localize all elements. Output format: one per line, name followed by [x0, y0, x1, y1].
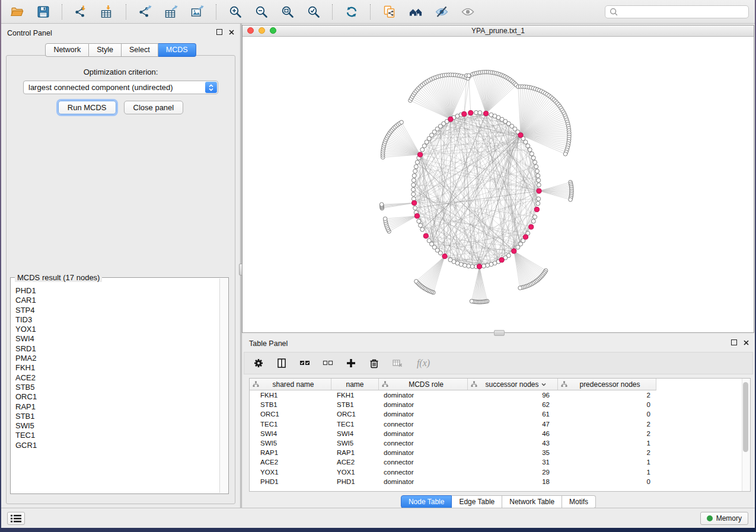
table-cell: FKH1	[331, 392, 379, 399]
table-cell: dominator	[379, 430, 468, 437]
open-file-button[interactable]	[7, 3, 27, 21]
mcds-result-item[interactable]: ACE2	[11, 373, 220, 383]
mcds-result-item[interactable]: STB1	[11, 412, 220, 421]
mcds-result-item[interactable]: ORC1	[11, 392, 220, 402]
table-row[interactable]: SWI4SWI4dominator462	[250, 429, 750, 438]
close-panel-icon[interactable]	[229, 30, 234, 35]
table-row[interactable]: RAP1RAP1dominator352	[250, 448, 750, 457]
table-row[interactable]: FKH1FKH1dominator962	[250, 390, 750, 400]
table-row[interactable]: STB1STB1dominator620	[250, 400, 750, 409]
table-row[interactable]: ACE2ACE2connector311	[250, 457, 750, 467]
deselect-all-rows-button[interactable]	[322, 357, 334, 369]
search-box[interactable]	[605, 5, 749, 18]
mcds-result-item[interactable]: SWI4	[11, 334, 220, 344]
mcds-result-item[interactable]: GCR1	[11, 441, 220, 450]
zoom-fit-button[interactable]	[277, 3, 298, 21]
close-table-panel-icon[interactable]	[744, 340, 749, 345]
table-row[interactable]: TEC1TEC1connector472	[250, 419, 750, 429]
table-cell: 61	[468, 411, 558, 418]
mcds-result-item[interactable]: TID3	[11, 315, 220, 325]
table-row[interactable]: YOX1YOX1connector291	[250, 467, 750, 477]
import-table-button[interactable]	[97, 3, 117, 21]
mcds-result-item[interactable]: SWI5	[11, 421, 220, 431]
table-cell: 18	[468, 478, 558, 485]
tab-select[interactable]: Select	[122, 43, 158, 57]
mcds-result-item[interactable]: STB5	[11, 383, 220, 392]
show-panels-button[interactable]	[7, 512, 25, 525]
float-panel-icon[interactable]	[216, 29, 222, 35]
network-view-titlebar[interactable]: YPA_prune.txt_1	[243, 25, 754, 37]
tab-motifs[interactable]: Motifs	[562, 495, 596, 508]
table-row[interactable]: SWI5SWI5connector431	[250, 438, 750, 448]
zoom-out-button[interactable]	[251, 3, 272, 21]
delete-column-button[interactable]	[368, 357, 380, 369]
table-cell: SWI4	[250, 430, 331, 437]
first-neighbors-button[interactable]	[406, 3, 426, 21]
mcds-result-item[interactable]: RAP1	[11, 402, 220, 412]
table-cell: 0	[558, 478, 656, 485]
mcds-result-list[interactable]: PHD1CAR1STP4TID3YOX1SWI4SRD1PMA2FKH1ACE2…	[11, 278, 220, 493]
mcds-list-scrollbar[interactable]	[219, 278, 228, 493]
zoom-in-button[interactable]	[225, 3, 245, 21]
column-header-shared-name[interactable]: shared name	[250, 379, 331, 390]
column-visibility-button[interactable]	[276, 357, 288, 369]
tab-network[interactable]: Network	[45, 43, 89, 57]
mcds-result-item[interactable]: TEC1	[11, 431, 220, 440]
table-scrollbar-thumb[interactable]	[743, 382, 748, 452]
mcds-result-item[interactable]: PHD1	[11, 286, 220, 296]
mcds-result-item[interactable]: FKH1	[11, 363, 220, 373]
run-mcds-button[interactable]: Run MCDS	[58, 101, 116, 114]
save-session-button[interactable]	[33, 3, 53, 21]
column-header-predecessor-nodes[interactable]: predecessor nodes	[558, 379, 656, 390]
zoom-selected-button[interactable]	[304, 3, 324, 21]
shared-column-icon	[471, 381, 477, 387]
network-graph[interactable]	[243, 37, 754, 332]
table-row[interactable]: PHD1PHD1dominator180	[250, 477, 750, 486]
table-scrollbar[interactable]	[742, 379, 750, 491]
tab-mcds[interactable]: MCDS	[158, 43, 196, 57]
table-cell: STB1	[331, 401, 379, 408]
hide-selected-button[interactable]	[432, 3, 452, 21]
mcds-result-item[interactable]: CAR1	[11, 296, 220, 305]
main-toolbar	[1, 0, 755, 24]
close-window-icon[interactable]	[247, 27, 254, 34]
export-table-button[interactable]	[161, 3, 181, 21]
select-all-rows-button[interactable]	[299, 357, 311, 369]
refresh-button[interactable]	[342, 3, 362, 21]
network-canvas[interactable]	[243, 37, 754, 332]
column-header-successor-nodes[interactable]: successor nodes	[468, 379, 558, 390]
save-session-icon	[36, 5, 50, 19]
tab-style[interactable]: Style	[89, 43, 122, 57]
close-panel-button[interactable]: Close panel	[124, 101, 184, 114]
maximize-window-icon[interactable]	[270, 27, 276, 34]
export-image-button[interactable]	[187, 3, 208, 21]
delete-table-button[interactable]	[391, 357, 403, 369]
add-column-button[interactable]	[345, 357, 357, 369]
float-table-panel-icon[interactable]	[731, 339, 737, 345]
tab-node-table[interactable]: Node Table	[401, 495, 452, 508]
export-network-button[interactable]	[135, 3, 155, 21]
show-all-button[interactable]	[458, 3, 478, 21]
minimize-window-icon[interactable]	[259, 27, 265, 34]
zoom-selected-icon	[307, 5, 321, 19]
mcds-result-item[interactable]: STP4	[11, 306, 220, 315]
zoom-out-icon	[254, 5, 269, 19]
table-cell: ORC1	[250, 411, 331, 418]
tab-network-table[interactable]: Network Table	[502, 495, 562, 508]
mcds-result-item[interactable]: PMA2	[11, 354, 220, 363]
column-header-MCDS-role[interactable]: MCDS role	[379, 379, 468, 390]
duplicate-network-button[interactable]	[379, 3, 400, 21]
column-header-name[interactable]: name	[331, 379, 379, 390]
import-network-button[interactable]	[71, 3, 91, 21]
delete-column-icon	[369, 358, 379, 368]
function-builder-button[interactable]: f(x)	[414, 357, 432, 369]
search-input[interactable]	[621, 7, 745, 17]
table-settings-button[interactable]	[253, 357, 264, 369]
horizontal-splitter-handle[interactable]	[494, 330, 505, 336]
table-row[interactable]: ORC1ORC1dominator610	[250, 409, 750, 419]
mcds-result-item[interactable]: YOX1	[11, 325, 220, 334]
tab-edge-table[interactable]: Edge Table	[452, 495, 502, 508]
mcds-result-item[interactable]: SRD1	[11, 344, 220, 354]
criterion-select[interactable]: largest connected component (undirected)	[23, 81, 218, 94]
memory-button[interactable]: Memory	[700, 512, 748, 525]
